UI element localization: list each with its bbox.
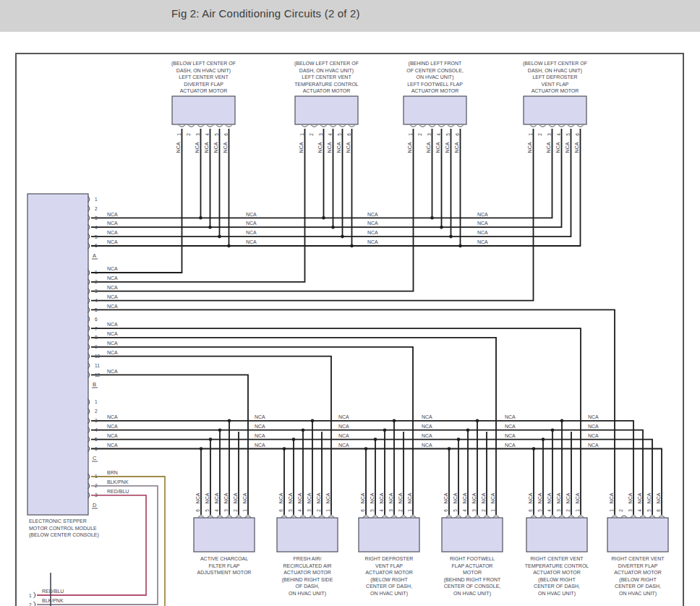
nca-label: NCA [646,492,652,503]
motor-label: ACTUATOR MOTOR [532,88,579,93]
bottom-motor-1: ACTIVE CHARCOALFILTER FLAPADJUSTMENT MOT… [194,492,255,575]
nca-label: NCA [546,142,551,153]
pin-number: 6 [443,509,448,512]
nca-label: NCA [107,304,118,309]
motor-label: ON HVAC UNIT) [538,591,576,597]
pin-number: 2 [95,483,98,488]
nca-label: NCA [307,492,312,503]
pin-number: 4 [547,509,552,512]
pin-number: 5 [370,509,375,512]
motor-label: ACTUATOR MOTOR [365,570,413,575]
nca-label: NCA [527,142,532,153]
nca-label: NCA [278,492,283,503]
figure-title: Fig 2: Air Conditioning Circuits (2 of 2… [171,7,360,20]
junction-dot [218,428,222,432]
connector-letter: D [93,502,97,508]
nca-label: NCA [477,212,488,217]
nca-label: NCA [107,443,118,448]
connector-letter: A [93,252,96,259]
nca-label: NCA [367,230,378,235]
nca-label: NCA [338,433,349,438]
junction-dot [551,428,555,432]
motor-label: MOTOR [463,570,482,575]
wire [91,129,552,218]
pin-number: 2 [186,133,191,136]
nca-label: NCA [107,276,118,281]
junction-dot [227,244,231,248]
module-label: (BELOW CENTER CONSOLE) [29,532,99,538]
pin-bracket [328,516,334,517]
motor-label: DASH, ON HVAC UNIT) [528,68,582,74]
junction-dot [393,419,396,423]
nca-label: NCA [588,414,599,419]
pin-bracket [531,516,537,517]
motor-label: ACTUATOR MOTOR [303,88,351,93]
junction-dot [466,428,470,432]
junction-dot [228,419,231,423]
figure-title-bar: Fig 2: Air Conditioning Circuits (2 of 2… [0,0,700,32]
pin-number: 6 [278,509,283,512]
pin-bracket [640,516,646,517]
junction-dot [532,447,536,451]
pin-number: 6 [455,133,460,136]
motor-label: ACTUATOR MOTOR [283,570,331,575]
motor-label: (BELOW RIGHT [370,577,408,583]
pin-number: 1 [95,399,98,404]
nca-label: NCA [107,294,118,299]
pin-number: 2 [481,509,486,512]
pin-number: 1 [176,133,182,136]
motor-label: ADJUSTMENT MOTOR [197,570,252,575]
pin-number: 7 [95,326,98,331]
pin-number: 1 [408,133,413,136]
motor-label: LEFT CENTER VENT [179,74,229,80]
motor-label: ON HVAC UNIT) [619,591,657,597]
pin-bracket [179,125,184,127]
nca-label: NCA [379,492,384,503]
pin-bracket [382,516,388,517]
nca-label: NCA [537,492,542,503]
pin-number: 6 [528,509,533,512]
pin-number: 2 [95,279,98,284]
nca-label: NCA [435,142,440,153]
pin-number: 1 [490,509,495,512]
nca-label: NCA [325,492,330,503]
top-motor-2: (BELOW LEFT CENTER OFDASH, ON HVAC UNIT)… [294,61,359,153]
motor-box [607,518,668,552]
pin-number: 4 [328,133,333,136]
motor-label: (BELOW LEFT CENTER OF [523,61,587,67]
nca-label: NCA [195,142,200,153]
nca-label: NCA [107,369,118,374]
nca-label: NCA [422,424,432,429]
pin-number: 6 [95,243,98,248]
pin-bracket [34,592,35,598]
pin-number: 2 [417,133,422,136]
nca-label: NCA [107,341,118,346]
pin-bracket [339,125,345,127]
pin-bracket [216,125,222,127]
motor-label: RIGHT CENTER VENT [612,556,665,561]
motor-label: DASH, ON HVAC UNIT) [176,68,231,74]
nca-label: NCA [407,492,412,503]
pin-number: 2 [537,133,542,136]
nca-label: NCA [477,221,488,226]
pin-number: 3 [223,509,229,512]
pin-number: 5 [445,133,451,136]
wire [91,129,182,273]
pin-number: 4 [95,225,98,230]
nca-label: NCA [107,285,118,290]
pin-bracket [465,516,471,517]
motor-label: ON HVAC UNIT) [289,591,326,597]
nca-label: NCA [107,433,118,438]
nca-label: NCA [246,239,257,244]
nca-label: NCA [555,142,560,153]
pin-bracket [474,516,480,517]
motor-label: (BELOW LEFT CENTER OF [294,61,359,67]
nca-label: NCA [481,492,486,503]
pin-bracket [577,125,583,127]
pin-number: 5 [646,509,652,512]
wire [91,449,662,516]
pin-bracket [188,125,194,127]
motor-label: (BEHIND RIGHT SIDE [282,577,333,583]
motor-box [404,96,466,124]
nca-label: NCA [462,492,467,503]
